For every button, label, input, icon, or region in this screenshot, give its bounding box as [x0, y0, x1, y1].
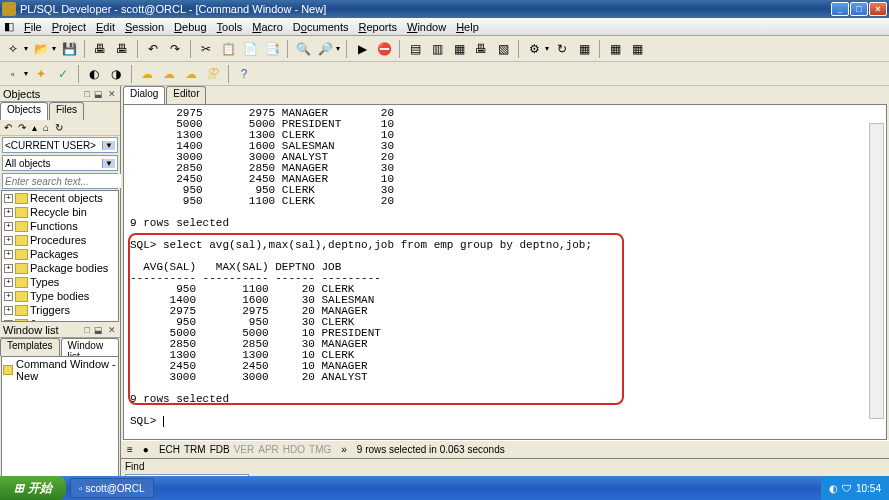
expand-icon[interactable]: +: [4, 222, 13, 231]
execute-button[interactable]: ▶: [353, 40, 371, 58]
menu-macro[interactable]: Macro: [252, 21, 283, 33]
menu-edit[interactable]: Edit: [96, 21, 115, 33]
expand-icon[interactable]: +: [4, 264, 13, 273]
tab-templates[interactable]: Templates: [0, 338, 60, 356]
undo-button[interactable]: ↶: [144, 40, 162, 58]
close-button[interactable]: ×: [869, 2, 887, 16]
maximize-button[interactable]: □: [850, 2, 868, 16]
system-tray[interactable]: ◐ 🛡 10:54: [821, 476, 889, 500]
tree-node[interactable]: +Package bodies: [2, 261, 118, 275]
status-seg[interactable]: APR: [256, 444, 281, 455]
new-button[interactable]: ✧: [4, 40, 22, 58]
tool2-button[interactable]: ↻: [553, 40, 571, 58]
tab-windowlist[interactable]: Window list: [61, 338, 119, 356]
cut-button[interactable]: ✂: [197, 40, 215, 58]
expand-icon[interactable]: +: [4, 208, 13, 217]
list-item[interactable]: Command Window - New: [3, 358, 117, 382]
tray-icon[interactable]: ◐: [829, 483, 838, 494]
status-seg[interactable]: TMG: [307, 444, 333, 455]
menu-documents[interactable]: Documents: [293, 21, 349, 33]
vertical-scrollbar[interactable]: [869, 123, 884, 419]
tree-node[interactable]: +Recycle bin: [2, 205, 118, 219]
find-next-button[interactable]: 🔎: [316, 40, 334, 58]
tree-node[interactable]: +Procedures: [2, 233, 118, 247]
tree-node[interactable]: +Recent objects: [2, 191, 118, 205]
t2-btn8[interactable]: ☁: [182, 65, 200, 83]
expand-icon[interactable]: +: [4, 278, 13, 287]
t2-btn2[interactable]: ✦: [32, 65, 50, 83]
save-button[interactable]: 💾: [60, 40, 78, 58]
tool3-button[interactable]: ▦: [575, 40, 593, 58]
print-button[interactable]: 🖶: [91, 40, 109, 58]
tree-node[interactable]: +Functions: [2, 219, 118, 233]
status-menu-icon[interactable]: ≡: [125, 444, 135, 455]
status-seg[interactable]: HDO: [281, 444, 307, 455]
search-input[interactable]: ▸: [2, 173, 118, 189]
command-editor[interactable]: 2975 2975 MANAGER 20 5000 5000 PRESIDENT…: [123, 104, 887, 440]
print-preview-button[interactable]: 🖶: [113, 40, 131, 58]
expand-icon[interactable]: +: [4, 306, 13, 315]
doc1-button[interactable]: ▤: [406, 40, 424, 58]
tree-node[interactable]: +Types: [2, 275, 118, 289]
menu-reports[interactable]: Reports: [358, 21, 397, 33]
t2-btn9[interactable]: ⛈: [204, 65, 222, 83]
tab-dialog[interactable]: Dialog: [123, 86, 165, 104]
menu-debug[interactable]: Debug: [174, 21, 206, 33]
objects-tree[interactable]: +Recent objects+Recycle bin+Functions+Pr…: [1, 190, 119, 322]
expand-icon[interactable]: +: [4, 236, 13, 245]
filter-combo[interactable]: All objects▼: [2, 155, 118, 171]
tree-node[interactable]: +Type bodies: [2, 289, 118, 303]
grid1-button[interactable]: ▦: [606, 40, 624, 58]
t2-btn4[interactable]: ◐: [85, 65, 103, 83]
doc3-button[interactable]: ▦: [450, 40, 468, 58]
app-menu-icon[interactable]: ◧: [4, 20, 14, 33]
redo-button[interactable]: ↷: [166, 40, 184, 58]
nav-back-icon[interactable]: ↶: [4, 122, 12, 133]
taskbar-item[interactable]: ▫ scott@ORCL: [70, 478, 154, 498]
t2-btn1[interactable]: ◦: [4, 65, 22, 83]
expand-icon[interactable]: +: [4, 194, 13, 203]
open-button[interactable]: 📂: [32, 40, 50, 58]
tab-editor[interactable]: Editor: [166, 86, 206, 104]
tray-icon[interactable]: 🛡: [842, 483, 852, 494]
menu-help[interactable]: Help: [456, 21, 479, 33]
window-list[interactable]: Command Window - New: [1, 356, 119, 490]
minimize-button[interactable]: _: [831, 2, 849, 16]
t2-btn7[interactable]: ☁: [160, 65, 178, 83]
menu-tools[interactable]: Tools: [217, 21, 243, 33]
status-seg[interactable]: VER: [232, 444, 257, 455]
tree-node[interactable]: +Packages: [2, 247, 118, 261]
menu-session[interactable]: Session: [125, 21, 164, 33]
stop-button[interactable]: ⛔: [375, 40, 393, 58]
start-button[interactable]: ⊞开始: [0, 476, 66, 500]
paste-button[interactable]: 📄: [241, 40, 259, 58]
pane-controls[interactable]: □ ⬓ ✕: [85, 89, 117, 99]
doc4-button[interactable]: 🖶: [472, 40, 490, 58]
find-button[interactable]: 🔍: [294, 40, 312, 58]
user-combo[interactable]: <CURRENT USER>▼: [2, 137, 118, 153]
t2-btn3[interactable]: ✓: [54, 65, 72, 83]
wl-controls[interactable]: □ ⬓ ✕: [85, 325, 117, 335]
menu-window[interactable]: Window: [407, 21, 446, 33]
tool1-button[interactable]: ⚙: [525, 40, 543, 58]
status-seg[interactable]: TRM: [182, 444, 208, 455]
expand-icon[interactable]: +: [4, 292, 13, 301]
grid2-button[interactable]: ▦: [628, 40, 646, 58]
doc2-button[interactable]: ▥: [428, 40, 446, 58]
status-seg[interactable]: ECH: [157, 444, 182, 455]
status-seg[interactable]: FDB: [208, 444, 232, 455]
tree-node[interactable]: +Triggers: [2, 303, 118, 317]
paste2-button[interactable]: 📑: [263, 40, 281, 58]
doc5-button[interactable]: ▧: [494, 40, 512, 58]
tab-files[interactable]: Files: [49, 102, 84, 120]
menu-project[interactable]: Project: [52, 21, 86, 33]
expand-icon[interactable]: +: [4, 250, 13, 259]
t2-btn5[interactable]: ◑: [107, 65, 125, 83]
copy-button[interactable]: 📋: [219, 40, 237, 58]
nav-home-icon[interactable]: ⌂: [43, 122, 49, 133]
nav-refresh-icon[interactable]: ↻: [55, 122, 63, 133]
t2-btn6[interactable]: ☁: [138, 65, 156, 83]
nav-fwd-icon[interactable]: ↷: [18, 122, 26, 133]
tab-objects[interactable]: Objects: [0, 102, 48, 120]
help-button[interactable]: ?: [235, 65, 253, 83]
